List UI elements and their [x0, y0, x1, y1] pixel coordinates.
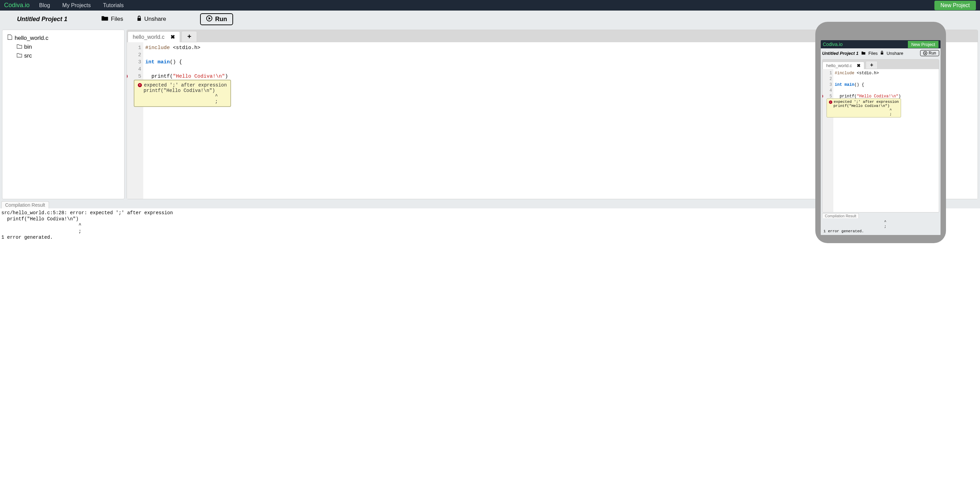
- mobile-logo[interactable]: Codiva.io: [823, 41, 843, 47]
- line-number: 3: [830, 82, 832, 87]
- tree-folder-label: bin: [24, 44, 32, 50]
- line-number: 3: [138, 59, 141, 65]
- line-number: 5: [830, 94, 832, 99]
- logo[interactable]: Codiva.io: [4, 2, 30, 9]
- mobile-editor: hello_world.c ✖ + 1 2 3 4 ✕5 #include <s…: [822, 59, 939, 212]
- compilation-tab[interactable]: Compilation Result: [2, 201, 49, 208]
- editor-tab[interactable]: hello_world.c ✖: [127, 31, 180, 42]
- svg-rect-0: [137, 18, 141, 21]
- mobile-top-nav: Codiva.io New Project: [821, 40, 940, 48]
- line-number: 2: [830, 77, 832, 81]
- new-project-button[interactable]: New Project: [934, 1, 976, 10]
- line-number: 4: [830, 88, 832, 93]
- mobile-gutter: 1 2 3 4 ✕5: [822, 69, 833, 212]
- line-number: 1: [138, 45, 141, 51]
- mobile-code-editor[interactable]: 1 2 3 4 ✕5 #include <stdio.h> int main()…: [822, 69, 939, 212]
- tree-folder-src[interactable]: src: [7, 51, 119, 60]
- mobile-error-tooltip-text: expected ';' after expression printf("He…: [829, 100, 899, 116]
- folder-open-icon: [102, 16, 108, 23]
- mobile-compilation-output: ^ ; 1 error generated.: [822, 219, 939, 234]
- folder-icon: [17, 53, 22, 59]
- mobile-error-tooltip: ✕expected ';' after expression printf("H…: [827, 99, 901, 118]
- close-tab-icon[interactable]: ✖: [170, 34, 175, 40]
- run-label: Run: [215, 16, 227, 23]
- mobile-error-marker-icon[interactable]: ✕: [822, 94, 823, 98]
- mobile-files-label[interactable]: Files: [869, 51, 878, 56]
- error-dot-icon: ✕: [138, 83, 142, 87]
- mobile-project-title: Untitled Project 1: [822, 51, 859, 56]
- files-label: Files: [111, 16, 123, 22]
- line-number: 1: [830, 71, 832, 76]
- mobile-compilation-tab-bar: Compilation Result: [822, 212, 939, 219]
- folder-icon: [17, 44, 22, 50]
- project-title: Untitled Project 1: [17, 16, 67, 23]
- mobile-run-button[interactable]: Run: [920, 50, 939, 56]
- unshare-label: Unshare: [144, 16, 166, 22]
- mobile-editor-tab[interactable]: hello_world.c ✖: [822, 62, 864, 69]
- mobile-unshare-label[interactable]: Unshare: [886, 51, 903, 56]
- file-icon: [7, 34, 13, 41]
- nav-my-projects[interactable]: My Projects: [62, 2, 91, 8]
- tree-folder-label: src: [24, 53, 32, 59]
- lock-icon: [137, 16, 142, 23]
- tab-label: hello_world.c: [133, 34, 164, 40]
- play-circle-icon: [206, 15, 212, 23]
- line-number: 4: [138, 66, 141, 72]
- mobile-run-label: Run: [929, 51, 936, 56]
- nav-blog[interactable]: Blog: [39, 2, 50, 8]
- mobile-screen: Codiva.io New Project Untitled Project 1…: [821, 40, 940, 235]
- mobile-new-project-button[interactable]: New Project: [908, 41, 939, 48]
- line-number: 5: [138, 73, 141, 79]
- mobile-toolbar: Untitled Project 1 Files Unshare Run: [821, 48, 940, 58]
- mobile-tab-label: hello_world.c: [826, 63, 852, 68]
- file-tree: hello_world.c bin src: [2, 30, 124, 199]
- tree-root-file[interactable]: hello_world.c: [7, 33, 119, 43]
- mobile-compilation-tab[interactable]: Compilation Result: [822, 213, 859, 218]
- folder-icon: [861, 51, 865, 56]
- tree-folder-bin[interactable]: bin: [7, 43, 119, 51]
- top-nav: Codiva.io Blog My Projects Tutorials New…: [0, 0, 980, 11]
- add-tab-button[interactable]: +: [181, 31, 197, 42]
- files-button[interactable]: Files: [102, 16, 123, 23]
- run-button[interactable]: Run: [200, 13, 233, 25]
- mobile-preview-frame: Codiva.io New Project Untitled Project 1…: [815, 22, 946, 243]
- lock-icon: [880, 51, 884, 56]
- nav-tutorials[interactable]: Tutorials: [103, 2, 124, 8]
- line-gutter: 1 2 3 4 ✕5: [127, 42, 143, 199]
- mobile-add-tab-button[interactable]: +: [865, 61, 878, 69]
- error-tooltip: ✕expected ';' after expression printf("H…: [134, 80, 231, 107]
- mobile-main: hello_world.c ✖ + 1 2 3 4 ✕5 #include <s…: [821, 58, 940, 235]
- mobile-code-content[interactable]: #include <stdio.h> int main() { printf("…: [833, 69, 901, 212]
- error-dot-icon: ✕: [829, 100, 832, 104]
- code-content[interactable]: #include <stdio.h> int main() { printf("…: [143, 42, 228, 199]
- mobile-close-tab-icon[interactable]: ✖: [857, 63, 861, 68]
- error-tooltip-text: expected ';' after expression printf("He…: [138, 82, 227, 104]
- tree-root-label: hello_world.c: [14, 35, 48, 41]
- unshare-button[interactable]: Unshare: [137, 16, 166, 23]
- svg-rect-2: [881, 53, 883, 54]
- play-circle-icon: [923, 51, 927, 55]
- line-number: 2: [138, 52, 141, 58]
- error-marker-icon[interactable]: ✕: [127, 74, 127, 79]
- mobile-tab-bar: hello_world.c ✖ +: [822, 60, 939, 69]
